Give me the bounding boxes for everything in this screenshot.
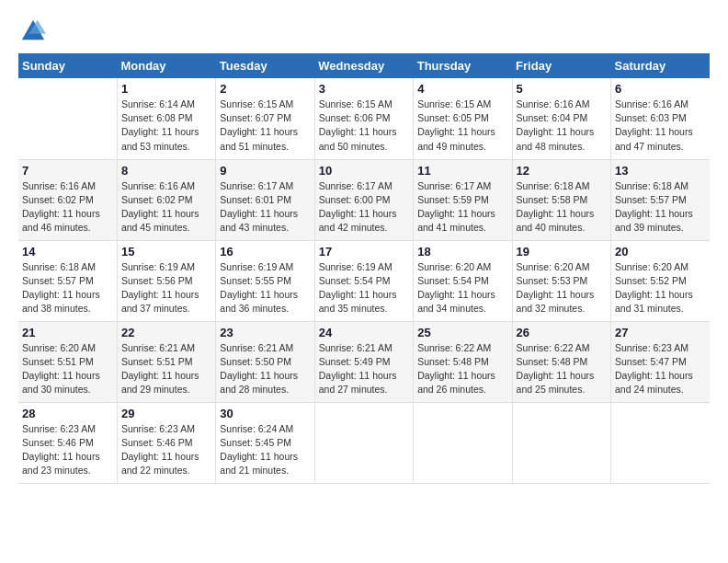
- day-number: 9: [220, 164, 310, 178]
- day-info: Sunrise: 6:15 AMSunset: 6:06 PMDaylight:…: [319, 98, 409, 154]
- day-number: 28: [22, 407, 113, 420]
- calendar-cell: 6Sunrise: 6:16 AMSunset: 6:03 PMDaylight…: [611, 78, 710, 159]
- day-number: 29: [121, 407, 211, 420]
- week-row-2: 14Sunrise: 6:18 AMSunset: 5:57 PMDayligh…: [18, 240, 710, 321]
- day-number: 26: [517, 326, 607, 339]
- day-info: Sunrise: 6:19 AMSunset: 5:55 PMDaylight:…: [220, 260, 310, 316]
- calendar-cell: 17Sunrise: 6:19 AMSunset: 5:54 PMDayligh…: [314, 240, 413, 321]
- day-number: 12: [517, 164, 607, 178]
- day-number: 3: [319, 82, 409, 96]
- calendar-cell: 24Sunrise: 6:21 AMSunset: 5:49 PMDayligh…: [314, 321, 413, 402]
- col-monday: Monday: [117, 53, 215, 78]
- day-info: Sunrise: 6:23 AMSunset: 5:46 PMDaylight:…: [121, 422, 211, 478]
- day-number: 27: [615, 326, 706, 339]
- calendar-cell: 29Sunrise: 6:23 AMSunset: 5:46 PMDayligh…: [117, 402, 215, 483]
- calendar-body: 1Sunrise: 6:14 AMSunset: 6:08 PMDaylight…: [18, 78, 710, 483]
- col-saturday: Saturday: [611, 53, 710, 78]
- day-number: 4: [417, 82, 507, 96]
- logo: [18, 18, 46, 44]
- week-row-4: 28Sunrise: 6:23 AMSunset: 5:46 PMDayligh…: [18, 402, 710, 483]
- day-info: Sunrise: 6:20 AMSunset: 5:52 PMDaylight:…: [615, 260, 706, 316]
- calendar-cell: 1Sunrise: 6:14 AMSunset: 6:08 PMDaylight…: [117, 78, 215, 159]
- calendar-cell: 10Sunrise: 6:17 AMSunset: 6:00 PMDayligh…: [314, 159, 413, 240]
- day-info: Sunrise: 6:23 AMSunset: 5:46 PMDaylight:…: [22, 422, 113, 478]
- calendar-cell: 20Sunrise: 6:20 AMSunset: 5:52 PMDayligh…: [611, 240, 710, 321]
- calendar-cell: 11Sunrise: 6:17 AMSunset: 5:59 PMDayligh…: [414, 159, 512, 240]
- week-row-3: 21Sunrise: 6:20 AMSunset: 5:51 PMDayligh…: [18, 321, 710, 402]
- day-number: 14: [22, 245, 113, 259]
- calendar-cell: 13Sunrise: 6:18 AMSunset: 5:57 PMDayligh…: [611, 159, 710, 240]
- calendar-header-row: Sunday Monday Tuesday Wednesday Thursday…: [18, 53, 710, 78]
- day-number: 8: [121, 164, 211, 178]
- calendar-cell: 15Sunrise: 6:19 AMSunset: 5:56 PMDayligh…: [117, 240, 215, 321]
- calendar-cell: 18Sunrise: 6:20 AMSunset: 5:54 PMDayligh…: [414, 240, 512, 321]
- day-info: Sunrise: 6:14 AMSunset: 6:08 PMDaylight:…: [121, 98, 211, 154]
- day-info: Sunrise: 6:21 AMSunset: 5:49 PMDaylight:…: [319, 341, 409, 397]
- day-info: Sunrise: 6:20 AMSunset: 5:51 PMDaylight:…: [22, 341, 113, 397]
- calendar-cell: [512, 402, 610, 483]
- day-info: Sunrise: 6:22 AMSunset: 5:48 PMDaylight:…: [417, 341, 507, 397]
- calendar-cell: 2Sunrise: 6:15 AMSunset: 6:07 PMDaylight…: [216, 78, 314, 159]
- day-info: Sunrise: 6:21 AMSunset: 5:51 PMDaylight:…: [121, 341, 211, 397]
- calendar-cell: [18, 78, 117, 159]
- calendar-table: Sunday Monday Tuesday Wednesday Thursday…: [18, 53, 710, 484]
- day-number: 24: [319, 326, 409, 339]
- day-info: Sunrise: 6:15 AMSunset: 6:07 PMDaylight:…: [220, 98, 310, 154]
- day-info: Sunrise: 6:16 AMSunset: 6:04 PMDaylight:…: [517, 98, 607, 154]
- day-number: 20: [615, 245, 706, 259]
- calendar-cell: 14Sunrise: 6:18 AMSunset: 5:57 PMDayligh…: [18, 240, 117, 321]
- day-number: 18: [417, 245, 507, 259]
- calendar-cell: 5Sunrise: 6:16 AMSunset: 6:04 PMDaylight…: [512, 78, 610, 159]
- calendar-cell: 12Sunrise: 6:18 AMSunset: 5:58 PMDayligh…: [512, 159, 610, 240]
- calendar-cell: 3Sunrise: 6:15 AMSunset: 6:06 PMDaylight…: [314, 78, 413, 159]
- day-info: Sunrise: 6:22 AMSunset: 5:48 PMDaylight:…: [517, 341, 607, 397]
- day-number: 17: [319, 245, 409, 259]
- calendar-cell: 9Sunrise: 6:17 AMSunset: 6:01 PMDaylight…: [216, 159, 314, 240]
- day-number: 10: [319, 164, 409, 178]
- col-thursday: Thursday: [414, 53, 512, 78]
- calendar-cell: 7Sunrise: 6:16 AMSunset: 6:02 PMDaylight…: [18, 159, 117, 240]
- calendar-cell: 30Sunrise: 6:24 AMSunset: 5:45 PMDayligh…: [216, 402, 314, 483]
- day-number: 13: [615, 164, 706, 178]
- day-info: Sunrise: 6:17 AMSunset: 5:59 PMDaylight:…: [417, 179, 507, 236]
- col-tuesday: Tuesday: [216, 53, 314, 78]
- day-number: 30: [220, 407, 310, 420]
- calendar-cell: 21Sunrise: 6:20 AMSunset: 5:51 PMDayligh…: [18, 321, 117, 402]
- day-info: Sunrise: 6:19 AMSunset: 5:56 PMDaylight:…: [121, 260, 211, 316]
- day-number: 22: [121, 326, 211, 339]
- day-number: 5: [517, 82, 607, 96]
- day-info: Sunrise: 6:21 AMSunset: 5:50 PMDaylight:…: [220, 341, 310, 397]
- day-number: 2: [220, 82, 310, 96]
- day-number: 23: [220, 326, 310, 339]
- day-number: 21: [22, 326, 113, 339]
- day-number: 1: [121, 82, 211, 96]
- calendar-cell: 27Sunrise: 6:23 AMSunset: 5:47 PMDayligh…: [611, 321, 710, 402]
- day-info: Sunrise: 6:24 AMSunset: 5:45 PMDaylight:…: [220, 422, 310, 478]
- week-row-1: 7Sunrise: 6:16 AMSunset: 6:02 PMDaylight…: [18, 159, 710, 240]
- calendar-cell: 8Sunrise: 6:16 AMSunset: 6:02 PMDaylight…: [117, 159, 215, 240]
- day-info: Sunrise: 6:20 AMSunset: 5:54 PMDaylight:…: [417, 260, 507, 316]
- calendar-cell: 25Sunrise: 6:22 AMSunset: 5:48 PMDayligh…: [414, 321, 512, 402]
- calendar-cell: 4Sunrise: 6:15 AMSunset: 6:05 PMDaylight…: [414, 78, 512, 159]
- day-number: 11: [417, 164, 507, 178]
- day-info: Sunrise: 6:17 AMSunset: 6:00 PMDaylight:…: [319, 179, 409, 236]
- week-row-0: 1Sunrise: 6:14 AMSunset: 6:08 PMDaylight…: [18, 78, 710, 159]
- calendar-cell: 22Sunrise: 6:21 AMSunset: 5:51 PMDayligh…: [117, 321, 215, 402]
- calendar-cell: 28Sunrise: 6:23 AMSunset: 5:46 PMDayligh…: [18, 402, 117, 483]
- col-friday: Friday: [512, 53, 610, 78]
- calendar-cell: [611, 402, 710, 483]
- calendar-cell: 19Sunrise: 6:20 AMSunset: 5:53 PMDayligh…: [512, 240, 610, 321]
- col-sunday: Sunday: [18, 53, 117, 78]
- day-number: 16: [220, 245, 310, 259]
- day-number: 6: [615, 82, 706, 96]
- day-number: 25: [417, 326, 507, 339]
- calendar-cell: 16Sunrise: 6:19 AMSunset: 5:55 PMDayligh…: [216, 240, 314, 321]
- logo-text: [18, 18, 46, 44]
- calendar-cell: 23Sunrise: 6:21 AMSunset: 5:50 PMDayligh…: [216, 321, 314, 402]
- page-header: [18, 18, 710, 44]
- day-info: Sunrise: 6:17 AMSunset: 6:01 PMDaylight:…: [220, 179, 310, 236]
- day-number: 7: [22, 164, 113, 178]
- day-info: Sunrise: 6:23 AMSunset: 5:47 PMDaylight:…: [615, 341, 706, 397]
- day-info: Sunrise: 6:16 AMSunset: 6:02 PMDaylight:…: [121, 179, 211, 236]
- calendar-cell: [314, 402, 413, 483]
